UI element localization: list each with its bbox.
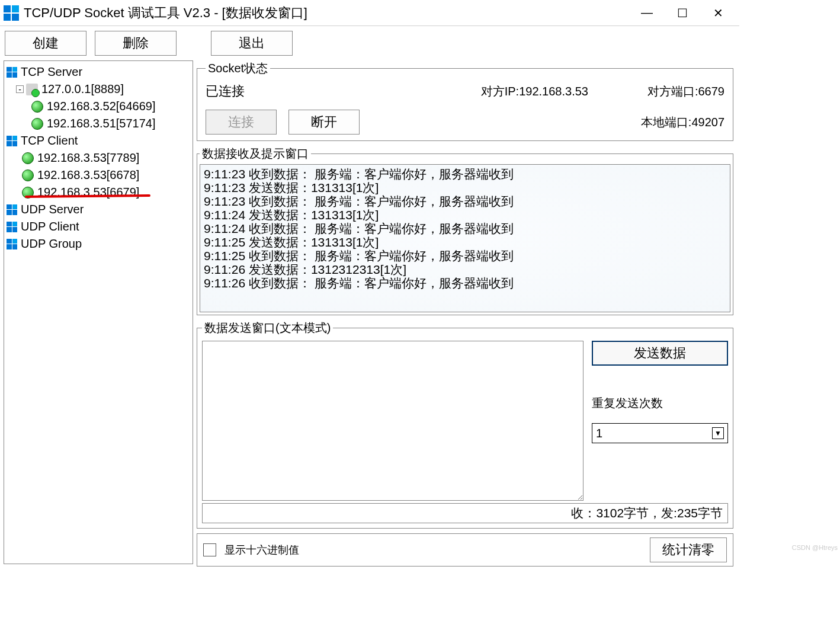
peer-ip-label: 对方IP:192.168.3.53 (481, 84, 588, 100)
log-line: 9:11:26 收到数据： 服务端：客户端你好，服务器端收到 (204, 276, 726, 290)
repeat-label: 重复发送次数 (592, 395, 728, 411)
maximize-button[interactable]: ☐ (665, 4, 700, 22)
status-dot-icon (22, 152, 34, 164)
repeat-count-combo[interactable]: 1 ▼ (592, 423, 728, 443)
socket-status-group: Socket状态 已连接 对方IP:192.168.3.53 对方端口:6679… (197, 60, 733, 141)
status-dot-icon (31, 101, 43, 113)
minimize-button[interactable]: — (629, 4, 665, 22)
byte-stats: 收：3102字节，发:235字节 (202, 503, 728, 523)
receive-legend: 数据接收及提示窗口 (200, 146, 311, 162)
log-line: 9:11:23 发送数据：131313[1次] (204, 181, 726, 194)
log-line: 9:11:23 收到数据： 服务端：客户端你好，服务器端收到 (204, 194, 726, 208)
exit-button[interactable]: 退出 (211, 31, 293, 56)
chevron-down-icon: ▼ (712, 427, 724, 439)
toolbar: 创建 删除 退出 (0, 26, 739, 60)
log-line: 9:11:25 收到数据： 服务端：客户端你好，服务器端收到 (204, 249, 726, 263)
hex-checkbox[interactable] (203, 543, 216, 556)
connection-state: 已连接 (206, 82, 245, 100)
local-port-label: 本地端口:49207 (641, 114, 724, 130)
log-line: 9:11:25 发送数据：131313[1次] (204, 235, 726, 249)
tree-server-node[interactable]: -127.0.0.1[8889] (4, 81, 193, 98)
connection-tree[interactable]: TCP Server -127.0.0.1[8889] 192.168.3.52… (4, 60, 193, 564)
tree-server-child-1[interactable]: 192.168.3.51[57174] (4, 115, 193, 132)
peer-port-label: 对方端口:6679 (647, 84, 724, 100)
close-button[interactable]: ✕ (700, 4, 736, 22)
tree-client-child-0[interactable]: 192.168.3.53[7789] (4, 149, 193, 167)
tree-tcp-client[interactable]: TCP Client (4, 132, 193, 149)
log-line: 9:11:26 发送数据：1312312313[1次] (204, 263, 726, 276)
send-button[interactable]: 发送数据 (592, 341, 728, 366)
tree-tcp-server[interactable]: TCP Server (4, 63, 193, 81)
tree-udp-server[interactable]: UDP Server (4, 201, 193, 218)
delete-button[interactable]: 删除 (95, 31, 177, 56)
send-legend: 数据发送窗口(文本模式) (202, 320, 333, 336)
server-icon (26, 84, 38, 95)
titlebar: TCP/UDP Socket 调试工具 V2.3 - [数据收发窗口] — ☐ … (0, 0, 739, 26)
clear-stats-button[interactable]: 统计清零 (650, 537, 727, 562)
receive-group: 数据接收及提示窗口 9:11:23 收到数据： 服务端：客户端你好，服务器端收到… (197, 146, 733, 315)
receive-log[interactable]: 9:11:23 收到数据： 服务端：客户端你好，服务器端收到9:11:23 发送… (200, 164, 730, 312)
tree-server-child-0[interactable]: 192.168.3.52[64669] (4, 98, 193, 115)
tree-udp-client[interactable]: UDP Client (4, 218, 193, 235)
create-button[interactable]: 创建 (5, 31, 86, 56)
disconnect-button[interactable]: 断开 (288, 110, 360, 135)
connect-button[interactable]: 连接 (206, 110, 277, 135)
log-line: 9:11:24 收到数据： 服务端：客户端你好，服务器端收到 (204, 222, 726, 235)
hex-label: 显示十六进制值 (225, 543, 299, 557)
tree-udp-group[interactable]: UDP Group (4, 235, 193, 252)
status-dot-icon (31, 118, 43, 130)
log-line: 9:11:23 收到数据： 服务端：客户端你好，服务器端收到 (204, 167, 726, 181)
tree-client-child-1[interactable]: 192.168.3.53[6678] (4, 167, 193, 184)
socket-status-legend: Socket状态 (206, 60, 270, 76)
bottom-bar: 显示十六进制值 统计清零 (197, 533, 733, 567)
status-dot-icon (22, 169, 34, 181)
tree-client-child-2[interactable]: 192.168.3.53[6679] (4, 184, 193, 201)
app-icon (4, 5, 19, 21)
send-group: 数据发送窗口(文本模式) 发送数据 重复发送次数 1 ▼ 收：3102字节，发:… (197, 320, 733, 529)
send-textarea[interactable] (202, 341, 583, 501)
log-line: 9:11:24 发送数据：131313[1次] (204, 208, 726, 222)
window-title: TCP/UDP Socket 调试工具 V2.3 - [数据收发窗口] (24, 4, 307, 22)
